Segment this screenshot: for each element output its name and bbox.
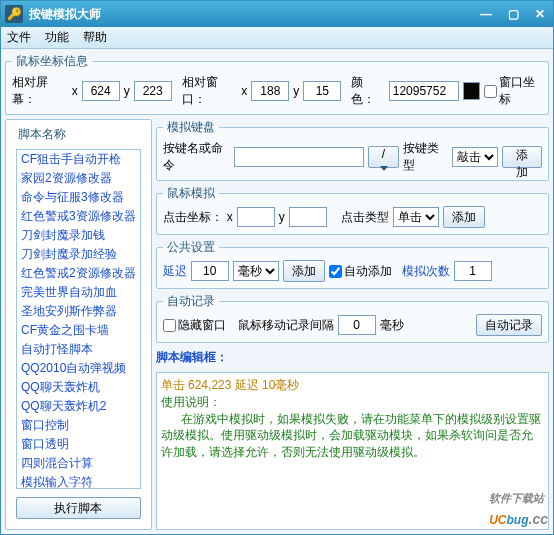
script-list-item[interactable]: 窗口控制	[17, 416, 140, 435]
key-pick-button[interactable]: /	[368, 146, 399, 168]
window-x-input[interactable]	[251, 81, 289, 101]
script-list-item[interactable]: 命令与征服3修改器	[17, 188, 140, 207]
menu-file[interactable]: 文件	[7, 29, 31, 46]
window-title: 按键模拟大师	[29, 6, 476, 23]
auto-record-button[interactable]: 自动记录	[476, 314, 542, 336]
color-input[interactable]	[389, 81, 459, 101]
common-add-button[interactable]: 添加	[283, 260, 325, 282]
window-y-input[interactable]	[303, 81, 341, 101]
coord-legend: 鼠标坐标信息	[12, 53, 92, 70]
key-name-input[interactable]	[234, 147, 364, 167]
click-type-select[interactable]: 单击	[393, 207, 439, 227]
window-controls: — ▢ ✕	[476, 7, 549, 21]
maximize-button[interactable]: ▢	[504, 7, 523, 21]
script-list[interactable]: CF狙击手自动开枪家园2资源修改器命令与征服3修改器红色警戒3资源修改器刀剑封魔…	[16, 149, 141, 489]
mouse-x-input[interactable]	[237, 207, 275, 227]
hide-window-checkbox[interactable]: 隐藏窗口	[163, 317, 226, 334]
delay-input[interactable]	[191, 261, 229, 281]
script-list-item[interactable]: 模拟输入字符	[17, 473, 140, 489]
menu-func[interactable]: 功能	[45, 29, 69, 46]
script-list-item[interactable]: 四则混合计算	[17, 454, 140, 473]
key-type-select[interactable]: 敲击	[452, 147, 498, 167]
script-list-item[interactable]: 圣地安列斯作弊器	[17, 302, 140, 321]
close-button[interactable]: ✕	[531, 7, 549, 21]
menu-help[interactable]: 帮助	[83, 29, 107, 46]
script-list-item[interactable]: QQ聊天轰炸机2	[17, 397, 140, 416]
sidebar-legend: 脚本名称	[12, 124, 145, 145]
rel-screen-label: 相对屏幕：	[12, 74, 68, 108]
content: 鼠标坐标信息 相对屏幕： x y 相对窗口： x y 颜色： 窗口坐标	[1, 49, 553, 534]
app-icon: 🔑	[5, 5, 23, 23]
interval-input[interactable]	[338, 315, 376, 335]
script-list-item[interactable]: QQ聊天轰炸机	[17, 378, 140, 397]
common-group: 公共设置 延迟 毫秒 添加 自动添加 模拟次数	[156, 239, 549, 289]
script-list-item[interactable]: QQ2010自动弹视频	[17, 359, 140, 378]
script-list-item[interactable]: 红色警戒3资源修改器	[17, 207, 140, 226]
record-group: 自动记录 隐藏窗口 鼠标移动记录间隔 毫秒 自动记录	[156, 293, 549, 343]
keyboard-group: 模拟键盘 按键名或命令 / 按键类型 敲击 添加	[156, 119, 549, 181]
menubar: 文件 功能 帮助	[1, 27, 553, 49]
times-input[interactable]	[454, 261, 492, 281]
mouse-group: 鼠标模拟 点击坐标： x y 点击类型 单击 添加	[156, 185, 549, 235]
auto-add-checkbox[interactable]: 自动添加	[329, 263, 392, 280]
script-list-item[interactable]: 完美世界自动加血	[17, 283, 140, 302]
right-column: 模拟键盘 按键名或命令 / 按键类型 敲击 添加 鼠标模拟 点击坐标： x	[156, 119, 549, 530]
keyboard-add-button[interactable]: 添加	[502, 146, 542, 168]
script-list-item[interactable]: 刀剑封魔录加钱	[17, 226, 140, 245]
mouse-y-input[interactable]	[289, 207, 327, 227]
screen-y-input[interactable]	[134, 81, 172, 101]
script-list-item[interactable]: 窗口透明	[17, 435, 140, 454]
script-list-item[interactable]: 自动打怪脚本	[17, 340, 140, 359]
coord-group: 鼠标坐标信息 相对屏幕： x y 相对窗口： x y 颜色： 窗口坐标	[5, 53, 549, 115]
color-swatch	[463, 82, 480, 100]
minimize-button[interactable]: —	[476, 7, 496, 21]
rel-window-label: 相对窗口：	[182, 74, 238, 108]
titlebar: 🔑 按键模拟大师 — ▢ ✕	[1, 1, 553, 27]
window-coord-checkbox[interactable]: 窗口坐标	[484, 74, 542, 108]
execute-script-button[interactable]: 执行脚本	[16, 497, 141, 519]
app-window: 🔑 按键模拟大师 — ▢ ✕ 文件 功能 帮助 鼠标坐标信息 相对屏幕： x y…	[0, 0, 554, 535]
script-editor[interactable]: 单击 624,223 延迟 10毫秒 使用说明： 在游戏中模拟时，如果模拟失败，…	[156, 372, 549, 530]
script-sidebar: 脚本名称 CF狙击手自动开枪家园2资源修改器命令与征服3修改器红色警戒3资源修改…	[5, 119, 152, 530]
delay-unit-select[interactable]: 毫秒	[233, 261, 279, 281]
color-label: 颜色：	[351, 74, 384, 108]
screen-x-input[interactable]	[82, 81, 120, 101]
chevron-down-icon	[380, 166, 388, 171]
script-list-item[interactable]: 家园2资源修改器	[17, 169, 140, 188]
script-list-item[interactable]: CF狙击手自动开枪	[17, 150, 140, 169]
script-list-item[interactable]: 红色警戒2资源修改器	[17, 264, 140, 283]
script-list-item[interactable]: 刀剑封魔录加经验	[17, 245, 140, 264]
mouse-add-button[interactable]: 添加	[443, 206, 485, 228]
script-list-item[interactable]: CF黄金之围卡墙	[17, 321, 140, 340]
editor-label: 脚本编辑框：	[156, 347, 549, 368]
